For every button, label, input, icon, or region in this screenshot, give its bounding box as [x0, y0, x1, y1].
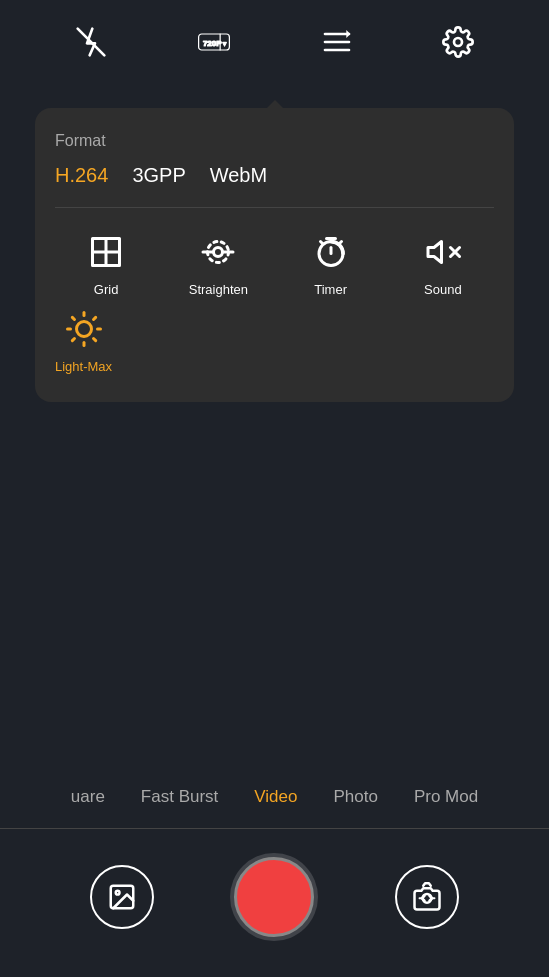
svg-line-31	[93, 317, 95, 319]
tab-video[interactable]: Video	[236, 777, 315, 817]
grid-item-straighten[interactable]: Straighten	[167, 230, 269, 297]
lightmax-icon	[62, 307, 106, 351]
svg-line-26	[72, 317, 74, 319]
svg-line-30	[72, 339, 74, 341]
bottom-separator	[0, 828, 549, 829]
grid-item-sound[interactable]: Sound	[392, 230, 494, 297]
dropdown-arrow	[265, 100, 285, 110]
sound-label: Sound	[424, 282, 462, 297]
format-h264[interactable]: H.264	[55, 164, 108, 187]
record-button[interactable]	[234, 857, 314, 937]
flip-camera-button[interactable]	[395, 865, 459, 929]
grid-item-timer[interactable]: Timer	[280, 230, 382, 297]
timer-icon	[309, 230, 353, 274]
settings-button[interactable]	[436, 20, 480, 64]
dropdown-panel: Format H.264 3GPP WebM Grid	[35, 108, 514, 402]
svg-marker-8	[346, 30, 350, 38]
svg-point-9	[454, 38, 462, 46]
timer-label: Timer	[314, 282, 347, 297]
svg-marker-20	[428, 242, 442, 263]
grid-item-lightmax[interactable]: Light-Max	[55, 307, 112, 374]
grid-item-grid[interactable]: Grid	[55, 230, 157, 297]
format-options: H.264 3GPP WebM	[55, 164, 494, 208]
grid-label: Grid	[94, 282, 119, 297]
format-3gpp[interactable]: 3GPP	[132, 164, 185, 187]
top-toolbar: 720P ▼	[0, 0, 549, 84]
gallery-button[interactable]	[90, 865, 154, 929]
svg-text:▼: ▼	[221, 40, 227, 47]
feature-grid-row2: Light-Max	[55, 307, 494, 374]
mode-tabs: uare Fast Burst Video Photo Pro Mod	[0, 777, 549, 817]
sound-muted-icon	[421, 230, 465, 274]
grid-icon	[84, 230, 128, 274]
tab-fast-burst[interactable]: Fast Burst	[123, 777, 236, 817]
feature-grid: Grid Straighten	[55, 230, 494, 297]
lightmax-label: Light-Max	[55, 359, 112, 374]
format-label: Format	[55, 132, 494, 150]
svg-point-23	[76, 322, 91, 337]
tab-square[interactable]: uare	[53, 777, 123, 817]
menu-button[interactable]	[315, 20, 359, 64]
svg-line-27	[93, 339, 95, 341]
tab-photo[interactable]: Photo	[316, 777, 396, 817]
straighten-label: Straighten	[189, 282, 248, 297]
tab-pro-mode[interactable]: Pro Mod	[396, 777, 496, 817]
format-webm[interactable]: WebM	[210, 164, 267, 187]
flash-off-button[interactable]	[69, 20, 113, 64]
resolution-button[interactable]: 720P ▼	[190, 20, 238, 64]
svg-point-33	[116, 891, 120, 895]
bottom-controls	[0, 857, 549, 937]
svg-text:720P: 720P	[203, 39, 222, 48]
straighten-icon	[196, 230, 240, 274]
